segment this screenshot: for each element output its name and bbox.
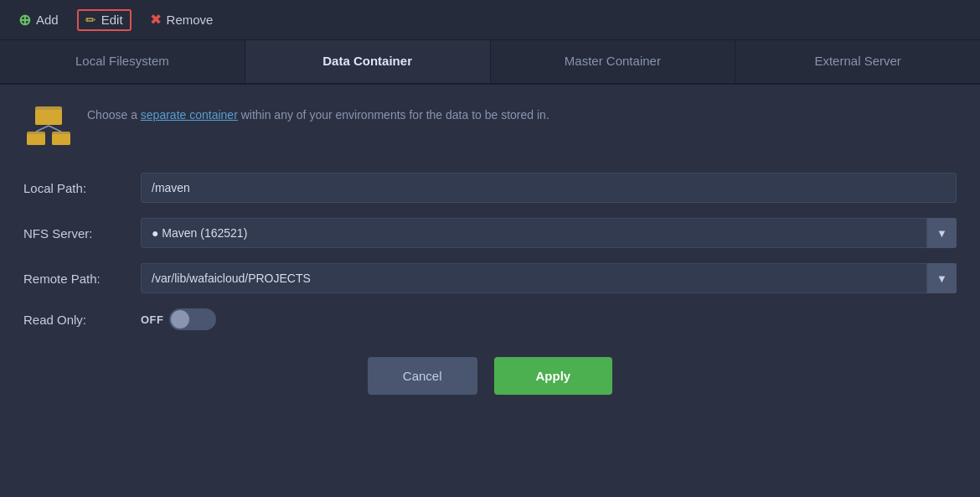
local-path-row: Local Path: — [23, 173, 957, 203]
add-label: Add — [36, 13, 59, 27]
edit-button[interactable]: ✏ Edit — [77, 9, 132, 31]
svg-rect-3 — [27, 134, 45, 145]
read-only-row: Read Only: OFF — [23, 308, 957, 330]
tabs-bar: Local Filesystem Data Container Master C… — [0, 40, 980, 85]
add-icon: ⊕ — [18, 11, 31, 29]
read-only-label: Read Only: — [23, 313, 141, 327]
local-path-label: Local Path: — [23, 181, 141, 195]
nfs-server-select[interactable]: ● Maven (162521) — [141, 218, 957, 248]
svg-line-6 — [36, 126, 49, 132]
svg-rect-1 — [35, 110, 62, 125]
nfs-server-label: NFS Server: — [23, 226, 141, 241]
local-path-input[interactable] — [141, 173, 957, 203]
main-content: Choose a separate container within any o… — [0, 85, 980, 410]
remote-path-select[interactable]: /var/lib/wafaicloud/PROJECTS — [141, 263, 957, 293]
svg-line-7 — [49, 126, 61, 132]
tab-local-filesystem[interactable]: Local Filesystem — [0, 40, 245, 83]
remote-path-label: Remote Path: — [23, 272, 141, 286]
toolbar: ⊕ Add ✏ Edit ✖ Remove — [0, 0, 980, 40]
container-icon — [23, 103, 74, 149]
remove-icon: ✖ — [150, 11, 162, 28]
nfs-server-select-wrapper: ● Maven (162521) ▼ — [141, 218, 957, 248]
apply-button[interactable]: Apply — [494, 357, 613, 395]
remote-path-row: Remote Path: /var/lib/wafaicloud/PROJECT… — [23, 263, 957, 293]
tab-external-server[interactable]: External Server — [735, 40, 980, 83]
remove-button[interactable]: ✖ Remove — [147, 9, 217, 30]
toggle-off-label: OFF — [141, 313, 164, 326]
edit-label: Edit — [101, 13, 123, 27]
cancel-button[interactable]: Cancel — [368, 357, 477, 395]
remote-path-select-wrapper: /var/lib/wafaicloud/PROJECTS ▼ — [141, 263, 957, 293]
svg-rect-5 — [52, 134, 70, 145]
read-only-toggle-wrapper: OFF — [141, 308, 216, 330]
nfs-server-row: NFS Server: ● Maven (162521) ▼ — [23, 218, 957, 248]
button-row: Cancel Apply — [23, 357, 957, 395]
description-text: Choose a separate container within any o… — [87, 103, 549, 124]
remove-label: Remove — [167, 13, 214, 27]
read-only-toggle[interactable] — [169, 308, 216, 330]
tab-master-container[interactable]: Master Container — [491, 40, 736, 83]
edit-icon: ✏ — [85, 13, 96, 28]
tab-data-container[interactable]: Data Container — [245, 40, 491, 83]
separate-container-link[interactable]: separate container — [141, 108, 238, 122]
add-button[interactable]: ⊕ Add — [15, 9, 62, 31]
description-area: Choose a separate container within any o… — [23, 103, 957, 149]
